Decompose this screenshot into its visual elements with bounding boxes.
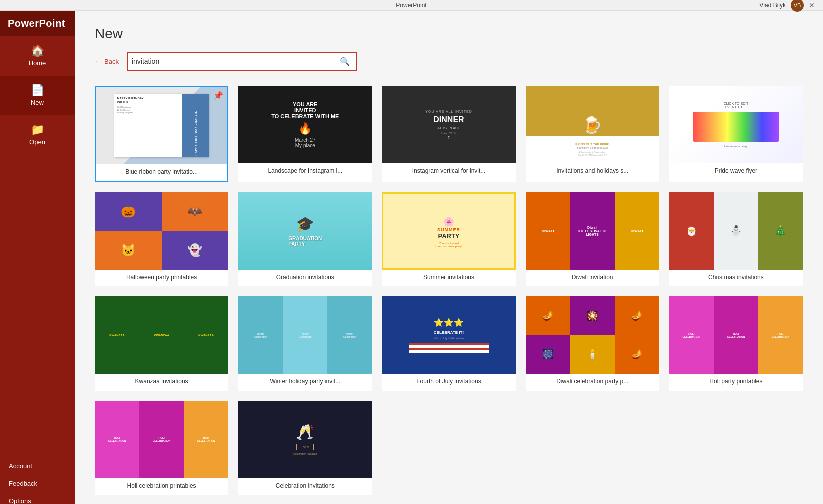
template-label-christmas: Christmas invitations (670, 270, 803, 287)
template-label-diwali: Diwali invitation (526, 270, 660, 287)
template-thumbnail-celebration2: 🥂 Toast Celebration Invitation (238, 401, 372, 478)
template-thumbnail-diwali: DIWALI DiwaliTHE FESTIVAL OFLIGHTS DIWAL… (526, 192, 660, 270)
sidebar-nav: 🏠 Home 📄 New 📁 Open (0, 36, 75, 452)
sidebar-item-label-home: Home (29, 60, 46, 67)
sidebar-item-label-new: New (31, 99, 44, 106)
template-thumbnail-halloween: 🎃 🦇 🐱 👻 (95, 192, 228, 270)
template-thumbnail-summer: 🌸 SUMMER PARTY You are invitedto our sum… (382, 192, 516, 270)
sidebar-bottom: Account Feedback Options (0, 452, 75, 504)
search-button[interactable]: 🔍 (338, 56, 352, 68)
template-card-graduation[interactable]: 🎓 GRADUATIONPARTY Graduation invitations (238, 192, 372, 287)
template-card-landscape-instagram[interactable]: YOU AREINVITEDTO CELEBRATE WITH ME 🔥 Mar… (238, 86, 372, 182)
template-label-landscape-instagram: Landscape for Instagram i... (238, 164, 372, 180)
open-icon: 📁 (31, 124, 44, 136)
search-box: 🔍 (127, 52, 357, 71)
template-thumbnail-july4: ⭐⭐⭐ CELEBRATE IT! 4th of July Celebratio… (382, 296, 516, 374)
template-card-celebration2[interactable]: 🥂 Toast Celebration Invitation Celebrati… (238, 401, 372, 496)
template-card-winter-holiday[interactable]: WinterCelebration WinterCelebration Wint… (238, 296, 372, 391)
back-label: Back (104, 58, 119, 66)
page-title: New (95, 26, 803, 42)
template-card-holi2[interactable]: HOLICELEBRATION HOLICELEBRATION HOLICELE… (95, 401, 228, 496)
template-card-blue-ribbon[interactable]: HAPPY BIRTHDAY CHARLIE Golf Restaurant12… (95, 86, 228, 182)
back-arrow-icon: ← (95, 58, 102, 66)
close-icon[interactable]: ✕ (809, 2, 815, 10)
template-label-holi-printables: Holi party printables (670, 374, 803, 391)
template-card-christmas[interactable]: 🎅 ⛄ 🎄 Christmas invitations (670, 192, 803, 287)
back-button[interactable]: ← Back (95, 58, 119, 66)
template-label-blue-ribbon: Blue ribbon party invitatio... (96, 164, 228, 182)
sidebar-item-open[interactable]: 📁 Open (0, 116, 75, 155)
sidebar-item-new[interactable]: 📄 New (0, 76, 75, 116)
template-card-kwanzaa[interactable]: KWANZAA KWANZAA KWANZAA Kwanzaa invitati… (95, 296, 228, 391)
template-card-pride-wave[interactable]: CLICK TO EDITEVENT TITLE Rainbow wave de… (670, 86, 803, 182)
sidebar-item-feedback[interactable]: Feedback (0, 475, 75, 492)
template-label-summer: Summer invitations (382, 270, 516, 287)
main-content: New ← Back 🔍 HAPPY BIRTHDAY (75, 11, 823, 504)
template-card-summer[interactable]: 🌸 SUMMER PARTY You are invitedto our sum… (382, 192, 516, 287)
sidebar-item-home[interactable]: 🏠 Home (0, 36, 75, 76)
template-card-holi-printables[interactable]: HOLICELEBRATION HOLICELEBRATION HOLICELE… (670, 296, 803, 391)
search-container: ← Back 🔍 (95, 52, 803, 71)
template-label-kwanzaa: Kwanzaa invitations (95, 374, 228, 391)
template-label-diwali-celebration: Diwali celebration party p... (526, 374, 660, 391)
template-card-instagram-vertical[interactable]: YOU ARE ALL INVITED DINNER AT MY PLACE S… (382, 86, 516, 182)
template-thumbnail-invitations-holidays: 🍺 BRING OUT THE BEER! TROUPE'S LAST HURR… (526, 86, 660, 164)
template-label-celebration2: Celebration invitations (238, 478, 372, 496)
topbar-app-name: PowerPoint (396, 2, 426, 9)
template-label-july4: Fourth of July invitations (382, 374, 516, 391)
template-thumbnail-graduation: 🎓 GRADUATIONPARTY (238, 192, 372, 270)
template-thumbnail-holi2: HOLICELEBRATION HOLICELEBRATION HOLICELE… (95, 401, 228, 478)
templates-grid: HAPPY BIRTHDAY CHARLIE Golf Restaurant12… (95, 86, 803, 495)
template-card-july4[interactable]: ⭐⭐⭐ CELEBRATE IT! 4th of July Celebratio… (382, 296, 516, 391)
home-icon: 🏠 (31, 46, 44, 56)
template-label-pride-wave: Pride wave flyer (670, 164, 803, 180)
template-card-halloween[interactable]: 🎃 🦇 🐱 👻 Halloween party printables (95, 192, 228, 287)
template-label-halloween: Halloween party printables (95, 270, 228, 287)
pin-icon[interactable]: 📌 (214, 91, 224, 100)
template-thumbnail-holi-printables: HOLICELEBRATION HOLICELEBRATION HOLICELE… (670, 296, 803, 374)
template-thumbnail-winter-holiday: WinterCelebration WinterCelebration Wint… (238, 296, 372, 374)
template-card-invitations-holidays[interactable]: 🍺 BRING OUT THE BEER! TROUPE'S LAST HURR… (526, 86, 660, 182)
sidebar-item-options[interactable]: Options (0, 492, 75, 504)
sidebar: PowerPoint 🏠 Home 📄 New 📁 Open Account F… (0, 11, 75, 504)
template-card-diwali[interactable]: DIWALI DiwaliTHE FESTIVAL OFLIGHTS DIWAL… (526, 192, 660, 287)
avatar: VB (791, 0, 804, 12)
sidebar-item-label-open: Open (30, 138, 46, 146)
sidebar-title: PowerPoint (0, 11, 75, 36)
search-input[interactable] (132, 58, 338, 66)
topbar-user-name: Vlad Bilyk (760, 2, 786, 9)
template-label-graduation: Graduation invitations (238, 270, 372, 287)
sidebar-item-account[interactable]: Account (0, 458, 75, 475)
template-thumbnail-blue-ribbon: HAPPY BIRTHDAY CHARLIE Golf Restaurant12… (96, 87, 228, 164)
template-thumbnail-landscape-instagram: YOU AREINVITEDTO CELEBRATE WITH ME 🔥 Mar… (238, 86, 372, 164)
template-card-diwali-celebration[interactable]: 🪔 🎇 🪔 🎆 🕯️ 🪔 Diwali celebration party p.… (526, 296, 660, 391)
template-thumbnail-pride-wave: CLICK TO EDITEVENT TITLE Rainbow wave de… (670, 86, 803, 164)
template-label-instagram-vertical: Instagram vertical for invit... (382, 164, 516, 180)
topbar: PowerPoint Vlad Bilyk VB ✕ (0, 0, 823, 11)
template-thumbnail-christmas: 🎅 ⛄ 🎄 (670, 192, 803, 270)
template-label-invitations-holidays: Invitations and holidays s... (526, 164, 660, 180)
template-thumbnail-diwali-celebration: 🪔 🎇 🪔 🎆 🕯️ 🪔 (526, 296, 660, 374)
new-icon: 📄 (31, 85, 44, 96)
template-label-winter-holiday: Winter holiday party invit... (238, 374, 372, 391)
template-thumbnail-instagram-vertical: YOU ARE ALL INVITED DINNER AT MY PLACE S… (382, 86, 516, 164)
template-thumbnail-kwanzaa: KWANZAA KWANZAA KWANZAA (95, 296, 228, 374)
template-label-holi2: Holi celebration printables (95, 478, 228, 496)
